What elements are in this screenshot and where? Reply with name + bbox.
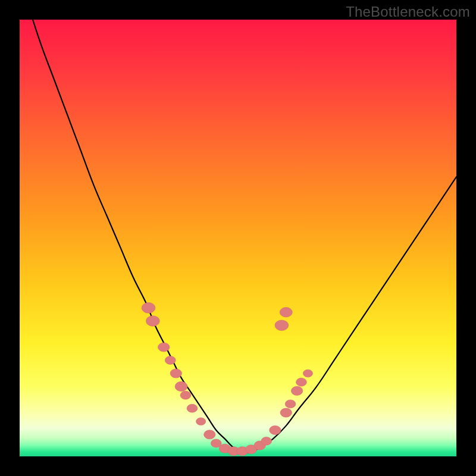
data-dot xyxy=(275,320,289,331)
data-dot xyxy=(270,425,281,434)
data-dot xyxy=(261,437,272,445)
data-dot xyxy=(170,369,181,378)
data-dot xyxy=(142,303,155,314)
data-dot xyxy=(303,369,312,377)
watermark-text: TheBottleneck.com xyxy=(346,4,470,20)
data-dot xyxy=(158,343,170,352)
chart-svg xyxy=(20,20,456,456)
data-dot xyxy=(196,418,206,425)
data-dot xyxy=(175,381,187,391)
data-dot xyxy=(285,400,296,408)
data-dot xyxy=(291,386,302,395)
data-dot xyxy=(146,316,160,327)
data-dot xyxy=(280,408,292,417)
data-dot xyxy=(296,378,307,386)
data-dot xyxy=(180,391,191,399)
gradient-background xyxy=(20,20,456,456)
chart-frame: TheBottleneck.com xyxy=(0,0,476,476)
data-dot xyxy=(187,404,198,412)
data-dot xyxy=(280,308,292,317)
data-dot xyxy=(204,430,215,439)
plot-area xyxy=(20,20,456,456)
data-dot xyxy=(165,356,176,365)
